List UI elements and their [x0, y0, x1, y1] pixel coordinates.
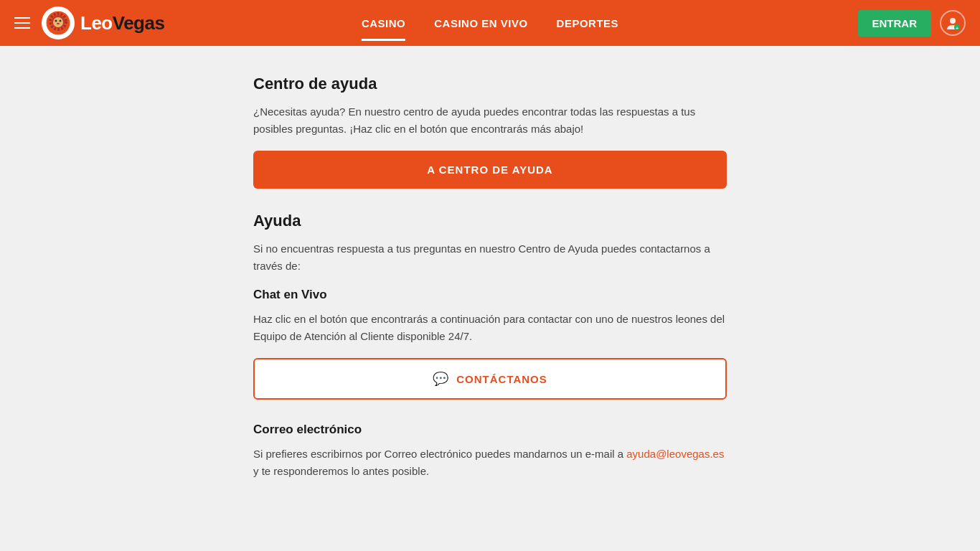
email-address-link[interactable]: ayuda@leovegas.es [626, 448, 724, 460]
svg-point-3 [53, 17, 63, 27]
nav-casino-en-vivo[interactable]: CASINO EN VIVO [434, 11, 527, 35]
help-title: Ayuda [253, 212, 727, 230]
help-center-button[interactable]: A CENTRO DE AYUDA [253, 151, 727, 189]
header: LeoVegas CASINO CASINO EN VIVO DEPORTES … [0, 0, 980, 46]
chat-bubble-icon: 💬 [433, 371, 449, 387]
email-title: Correo electrónico [253, 423, 727, 437]
help-center-description: ¿Necesitas ayuda? En nuestro centro de a… [253, 103, 727, 138]
lion-logo-svg [45, 10, 71, 36]
live-chat-description: Haz clic en el botón que encontrarás a c… [253, 311, 727, 345]
user-avatar-icon: + [945, 15, 961, 31]
svg-point-7 [950, 18, 956, 24]
svg-point-5 [60, 20, 62, 22]
logo-text: LeoVegas [80, 12, 164, 34]
contactanos-label: CONTÁCTANOS [456, 373, 547, 385]
svg-point-4 [55, 20, 57, 22]
header-left: LeoVegas [14, 6, 164, 39]
help-center-section: Centro de ayuda ¿Necesitas ayuda? En nue… [253, 75, 727, 189]
header-right: ENTRAR + [858, 10, 966, 37]
hamburger-menu[interactable] [14, 17, 30, 29]
entrar-button[interactable]: ENTRAR [858, 10, 932, 37]
live-chat-subsection: Chat en Vivo Haz clic en el botón que en… [253, 288, 727, 400]
nav-deportes[interactable]: DEPORTES [557, 11, 619, 35]
logo[interactable]: LeoVegas [42, 6, 164, 39]
svg-point-6 [57, 23, 60, 24]
help-section: Ayuda Si no encuentras respuesta a tus p… [253, 212, 727, 480]
help-description: Si no encuentras respuesta a tus pregunt… [253, 240, 727, 275]
email-text-before: Si prefieres escribirnos por Correo elec… [253, 448, 626, 460]
logo-icon [42, 6, 75, 39]
email-text-after: y te responderemos lo antes posible. [253, 465, 429, 477]
help-center-title: Centro de ayuda [253, 75, 727, 93]
email-description: Si prefieres escribirnos por Correo elec… [253, 446, 727, 480]
svg-text:+: + [956, 26, 958, 31]
nav-casino[interactable]: CASINO [362, 11, 405, 35]
main-nav: CASINO CASINO EN VIVO DEPORTES [362, 11, 618, 35]
live-chat-title: Chat en Vivo [253, 288, 727, 302]
email-subsection: Correo electrónico Si prefieres escribir… [253, 423, 727, 480]
main-content: Centro de ayuda ¿Necesitas ayuda? En nue… [239, 46, 741, 546]
contactanos-button[interactable]: 💬 CONTÁCTANOS [253, 358, 727, 400]
user-icon[interactable]: + [940, 10, 966, 36]
